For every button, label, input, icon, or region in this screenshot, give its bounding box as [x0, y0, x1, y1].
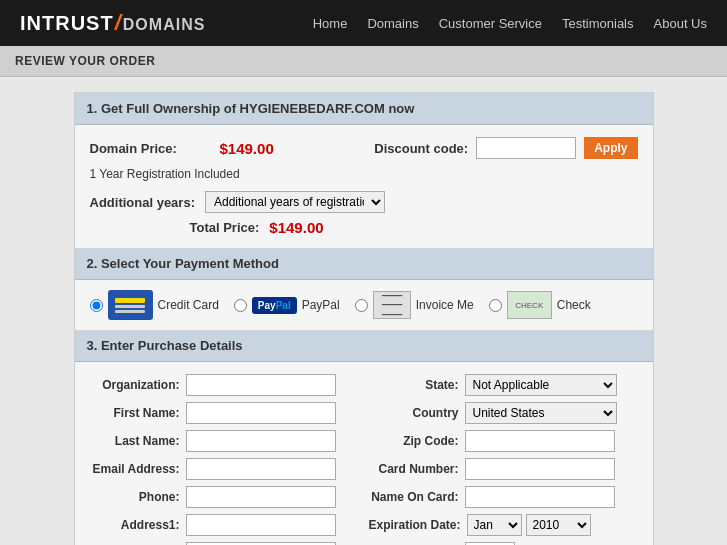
payment-invoice-label: Invoice Me [416, 298, 474, 312]
state-label: State: [369, 378, 459, 392]
nav-about-us[interactable]: About Us [654, 16, 707, 31]
first-name-row: First Name: [90, 402, 359, 424]
total-price-row: Total Price: $149.00 [90, 219, 638, 236]
purchase-details: Organization: First Name: Last Name: Ema… [75, 362, 653, 545]
last-name-input[interactable] [186, 430, 336, 452]
expiry-month-select[interactable]: JanFebMar AprMayJun JulAugSep OctNovDec [467, 514, 522, 536]
logo-domains: DOMAINS [123, 16, 206, 33]
card-number-row: Card Number: [369, 458, 638, 480]
first-name-label: First Name: [90, 406, 180, 420]
zip-input[interactable] [465, 430, 615, 452]
last-name-row: Last Name: [90, 430, 359, 452]
payment-options: Credit Card PayPal PayPal ━━━━━━━━━━━━━━… [75, 280, 653, 330]
payment-invoice-radio[interactable] [355, 299, 368, 312]
invoice-icon: ━━━━━━━━━━━━━━━ [373, 291, 411, 319]
country-row: Country United States United Kingdom Can… [369, 402, 638, 424]
discount-code-label: Discount code: [374, 141, 468, 156]
expiry-label: Expiration Date: [369, 518, 461, 532]
payment-paypal-option[interactable]: PayPal PayPal [234, 297, 340, 314]
payment-cc-label: Credit Card [158, 298, 219, 312]
email-row: Email Address: [90, 458, 359, 480]
step2-header: 2. Select Your Payment Method [75, 248, 653, 280]
main-nav: Home Domains Customer Service Testimonia… [313, 16, 707, 31]
nav-domains[interactable]: Domains [367, 16, 418, 31]
zip-row: Zip Code: [369, 430, 638, 452]
check-icon: CHECK [507, 291, 552, 319]
main-content: 1. Get Full Ownership of HYGIENEBEDARF.C… [74, 92, 654, 545]
logo-text: INTRUST/DOMAINS [20, 10, 205, 36]
payment-paypal-radio[interactable] [234, 299, 247, 312]
registration-note: 1 Year Registration Included [90, 167, 638, 181]
form-grid: Organization: First Name: Last Name: Ema… [90, 374, 638, 545]
additional-years-row: Additional years: Additional years of re… [90, 191, 638, 213]
organization-row: Organization: [90, 374, 359, 396]
zip-label: Zip Code: [369, 434, 459, 448]
header: INTRUST/DOMAINS Home Domains Customer Se… [0, 0, 727, 46]
logo-area: INTRUST/DOMAINS [20, 10, 205, 36]
total-price-label: Total Price: [190, 220, 260, 235]
name-on-card-label: Name On Card: [369, 490, 459, 504]
payment-paypal-label: PayPal [302, 298, 340, 312]
country-label: Country [369, 406, 459, 420]
logo-slash-icon: / [115, 10, 122, 35]
state-row: State: Not Applicable Alabama Alaska [369, 374, 638, 396]
address1-label: Address1: [90, 518, 180, 532]
credit-card-icon [108, 290, 153, 320]
payment-check-label: Check [557, 298, 591, 312]
payment-cc-option[interactable]: Credit Card [90, 290, 219, 320]
payment-invoice-option[interactable]: ━━━━━━━━━━━━━━━ Invoice Me [355, 291, 474, 319]
state-select[interactable]: Not Applicable Alabama Alaska [465, 374, 617, 396]
nav-testimonials[interactable]: Testimonials [562, 16, 634, 31]
nav-home[interactable]: Home [313, 16, 348, 31]
phone-label: Phone: [90, 490, 180, 504]
domain-price-value: $149.00 [220, 140, 274, 157]
phone-input[interactable] [186, 486, 336, 508]
card-number-label: Card Number: [369, 462, 459, 476]
step3-header: 3. Enter Purchase Details [75, 330, 653, 362]
organization-label: Organization: [90, 378, 180, 392]
nav-customer-service[interactable]: Customer Service [439, 16, 542, 31]
step1-content: Domain Price: $149.00 Discount code: App… [75, 125, 653, 248]
expiry-inputs: JanFebMar AprMayJun JulAugSep OctNovDec … [467, 514, 591, 536]
payment-check-option[interactable]: CHECK Check [489, 291, 591, 319]
discount-group: Discount code: Apply [374, 137, 637, 159]
name-on-card-input[interactable] [465, 486, 615, 508]
name-on-card-row: Name On Card: [369, 486, 638, 508]
card-number-input[interactable] [465, 458, 615, 480]
domain-price-label: Domain Price: [90, 141, 200, 156]
email-label: Email Address: [90, 462, 180, 476]
additional-years-label: Additional years: [90, 195, 195, 210]
logo-intrust: INTRUST [20, 12, 114, 34]
email-input[interactable] [186, 458, 336, 480]
first-name-input[interactable] [186, 402, 336, 424]
paypal-icon: PayPal [252, 297, 297, 314]
expiry-year-select[interactable]: 201020112012 201320142015 [526, 514, 591, 536]
discount-code-input[interactable] [476, 137, 576, 159]
expiry-row: Expiration Date: JanFebMar AprMayJun Jul… [369, 514, 638, 536]
total-price-value: $149.00 [269, 219, 323, 236]
additional-years-select[interactable]: Additional years of registration [205, 191, 385, 213]
payment-cc-radio[interactable] [90, 299, 103, 312]
page-title: REVIEW YOUR ORDER [0, 46, 727, 77]
address1-row: Address1: [90, 514, 359, 536]
domain-price-row: Domain Price: $149.00 Discount code: App… [90, 137, 638, 159]
country-select[interactable]: United States United Kingdom Canada [465, 402, 617, 424]
apply-button[interactable]: Apply [584, 137, 637, 159]
step1-header: 1. Get Full Ownership of HYGIENEBEDARF.C… [75, 93, 653, 125]
organization-input[interactable] [186, 374, 336, 396]
address1-input[interactable] [186, 514, 336, 536]
payment-check-radio[interactable] [489, 299, 502, 312]
form-left-column: Organization: First Name: Last Name: Ema… [90, 374, 359, 545]
phone-row: Phone: [90, 486, 359, 508]
last-name-label: Last Name: [90, 434, 180, 448]
form-right-column: State: Not Applicable Alabama Alaska Cou… [369, 374, 638, 545]
